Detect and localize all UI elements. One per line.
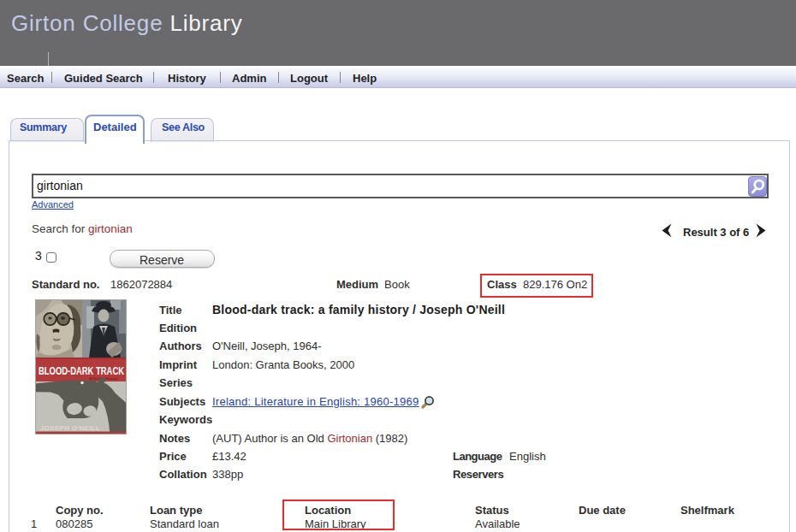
svg-text:BLOOD-DARK TRACK: BLOOD-DARK TRACK — [39, 364, 124, 377]
svg-text:JOSEPH O'NEILL: JOSEPH O'NEILL — [40, 424, 100, 432]
